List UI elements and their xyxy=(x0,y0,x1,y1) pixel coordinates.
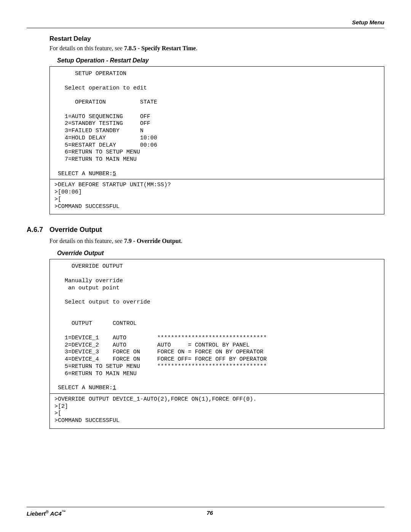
term-line: SETUP OPERATION xyxy=(54,70,126,77)
terminal-divider xyxy=(50,393,384,394)
term-line: >[00:06] xyxy=(54,189,82,195)
term-line: 1=AUTO SEQUENCING OFF xyxy=(54,113,150,120)
term-line: 4=HOLD DELAY 10:00 xyxy=(54,135,157,141)
intro-post: . xyxy=(196,45,198,51)
term-line: SELECT A NUMBER: xyxy=(54,385,113,391)
intro-text: For details on this feature, see xyxy=(49,45,124,51)
term-line: 7=RETURN TO MAIN MENU xyxy=(54,156,137,163)
override-caption: Override Output xyxy=(57,250,384,257)
override-output-heading: A.6.7Override Output xyxy=(27,226,384,234)
term-line: 2=STANDBY TESTING OFF xyxy=(54,120,150,127)
term-line: >COMMAND SUCCESSFUL xyxy=(54,417,119,424)
intro-text: For details on this feature, see xyxy=(49,238,124,244)
term-line: 1=DEVICE_1 AUTO ************************… xyxy=(54,335,267,341)
term-line: >[ xyxy=(54,196,61,203)
term-line: OPERATION STATE xyxy=(54,99,157,105)
restart-delay-caption: Setup Operation - Restart Delay xyxy=(57,57,384,64)
term-line: 5=RESTART DELAY 00:06 xyxy=(54,142,157,149)
term-line: 6=RETURN TO SETUP MENU xyxy=(54,149,140,155)
term-line: 5=RETURN TO SETUP MENU *****************… xyxy=(54,363,267,370)
term-line: 2=DEVICE_2 AUTO AUTO = CONTROL BY PANEL xyxy=(54,342,250,348)
restart-delay-terminal: SETUP OPERATION Select operation to edit… xyxy=(49,66,384,214)
term-line: >[ xyxy=(54,410,61,417)
override-terminal: OVERRIDE OUTPUT Manually override an out… xyxy=(49,259,384,429)
term-line: >[2] xyxy=(54,403,68,410)
footer-product: Liebert® AC4™ xyxy=(27,510,66,517)
intro-ref: 7.9 - Override Output xyxy=(124,238,181,244)
term-line: 4=DEVICE_4 FORCE ON FORCE OFF= FORCE OFF… xyxy=(54,356,267,363)
intro-ref: 7.8.5 - Specify Restart Time xyxy=(124,45,196,51)
term-line: an output point xyxy=(54,285,119,291)
override-intro: For details on this feature, see 7.9 - O… xyxy=(49,238,384,244)
section-title: Override Output xyxy=(49,226,102,233)
term-line: Manually override xyxy=(54,278,123,284)
header-rule xyxy=(27,28,384,28)
header-right: Setup Menu xyxy=(27,19,384,27)
term-line: >OVERRIDE OUTPUT DEVICE_1-AUTO(2),FORCE … xyxy=(54,396,256,403)
terminal-divider xyxy=(50,179,384,179)
term-line: >DELAY BEFORE STARTUP UNIT(MM:SS)? xyxy=(54,182,171,188)
restart-delay-heading: Restart Delay xyxy=(49,35,384,43)
footer-rule xyxy=(27,507,384,507)
trademark-icon: ™ xyxy=(62,510,66,514)
term-line: 3=DEVICE_3 FORCE ON FORCE ON = FORCE ON … xyxy=(54,349,263,355)
term-line: Select operation to edit xyxy=(54,85,147,91)
term-input: 5 xyxy=(113,171,116,177)
footer-model: AC4 xyxy=(49,510,62,517)
footer-brand: Liebert xyxy=(27,510,46,517)
section-number: A.6.7 xyxy=(27,226,49,234)
intro-post: . xyxy=(181,238,182,244)
term-line: >COMMAND SUCCESSFUL xyxy=(54,203,119,210)
registered-icon: ® xyxy=(46,510,49,514)
page-footer: Liebert® AC4™ 76 xyxy=(27,507,384,517)
term-line: Select output to override xyxy=(54,299,150,305)
term-line: 6=RETURN TO MAIN MENU xyxy=(54,371,137,377)
term-line: SELECT A NUMBER: xyxy=(54,171,113,177)
term-line: OVERRIDE OUTPUT xyxy=(54,263,123,270)
term-input: 1 xyxy=(113,385,116,391)
term-line: 3=FAILED STANDBY N xyxy=(54,128,143,134)
restart-delay-intro: For details on this feature, see 7.8.5 -… xyxy=(49,45,384,52)
term-line: OUTPUT CONTROL xyxy=(54,320,137,327)
footer-page-number: 76 xyxy=(207,510,213,517)
